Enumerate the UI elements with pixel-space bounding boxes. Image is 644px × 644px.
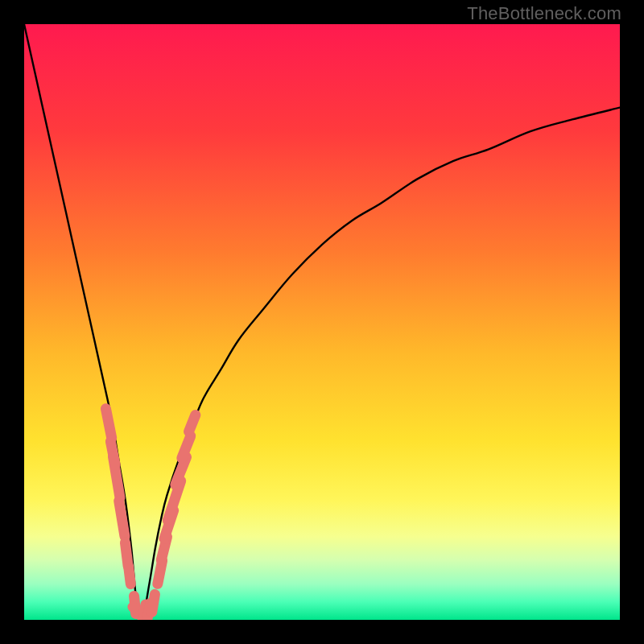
marker-capsule <box>113 456 120 497</box>
chart-frame: TheBottleneck.com <box>0 0 644 644</box>
marker-capsule <box>189 415 196 431</box>
marker-capsule <box>129 566 131 584</box>
bottleneck-curve <box>24 24 620 617</box>
plot-area <box>24 24 620 620</box>
marker-capsule <box>105 409 111 438</box>
chart-svg <box>24 24 620 620</box>
marker-capsule <box>119 501 125 536</box>
marker-group <box>105 409 195 620</box>
watermark-text: TheBottleneck.com <box>467 3 621 24</box>
marker-capsule <box>152 594 155 612</box>
